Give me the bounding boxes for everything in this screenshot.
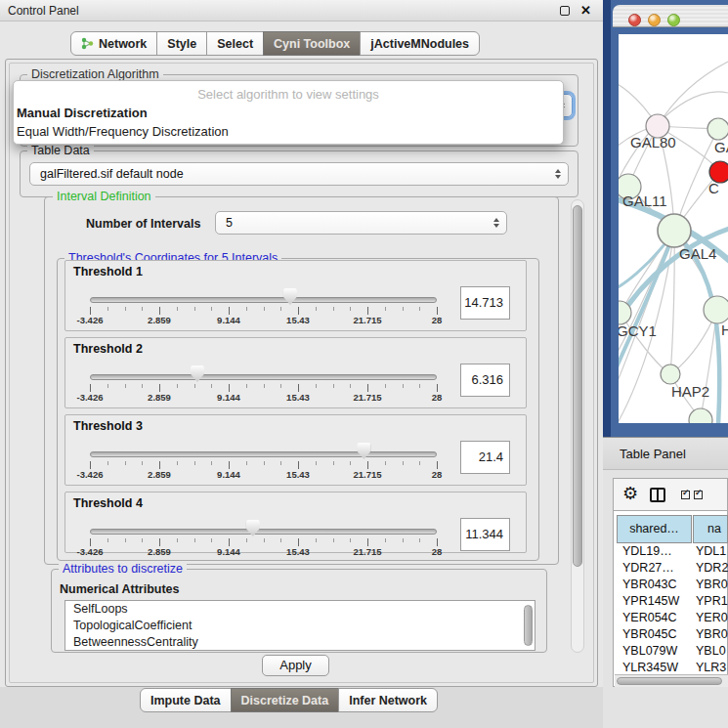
numerical-attributes-list[interactable]: SelfLoopsTopologicalCoefficientBetweenne…: [64, 600, 535, 651]
bottom-tab-infer-network[interactable]: Infer Network: [338, 688, 438, 712]
attribute-list-item[interactable]: BetweennessCentrality: [65, 634, 535, 651]
table-row[interactable]: YLR345WYLR3: [617, 660, 728, 674]
table-row[interactable]: YPR145WYPR1: [617, 593, 728, 610]
close-icon[interactable]: ✕: [580, 2, 591, 20]
tick-mark: [177, 384, 178, 388]
table-row[interactable]: YBR045CYBR0: [617, 626, 728, 643]
tick-label: 15.43: [286, 469, 310, 480]
tick-label: 21.715: [353, 469, 381, 480]
tick-mark: [211, 384, 212, 388]
attribute-list-item[interactable]: TopologicalCoefficient: [65, 618, 535, 634]
table-hscrollbar[interactable]: [615, 674, 728, 687]
network-node-gal[interactable]: [707, 118, 728, 140]
cell-shared-name: YLR345W: [622, 660, 693, 674]
tab-label: Network: [99, 37, 147, 51]
cell-shared-name: YBR043C: [622, 577, 693, 593]
network-node[interactable]: [689, 408, 712, 423]
close-traffic-light-icon[interactable]: [628, 14, 641, 26]
network-graph: GAL80GALCGAL11GAL4GCY1HHAP2: [619, 34, 728, 423]
tick-mark: [107, 461, 108, 465]
tick-label: 21.715: [353, 546, 381, 557]
checkbox-checked-icon[interactable]: [694, 491, 703, 499]
tick-mark: [333, 461, 334, 465]
table-row[interactable]: YDL19…YDL1: [617, 543, 728, 560]
tick-mark: [437, 384, 438, 392]
tab-label: jActiveMNodules: [370, 37, 469, 51]
algorithm-option[interactable]: Manual Discretization: [14, 104, 563, 122]
tick-mark: [177, 461, 178, 465]
attributes-list-scrollbar-thumb[interactable]: [524, 605, 533, 646]
settings-scrollbar-thumb[interactable]: [573, 205, 582, 567]
tab-style[interactable]: Style: [156, 31, 207, 56]
tick-mark: [90, 307, 91, 315]
tick-mark: [142, 538, 143, 542]
tick-mark: [403, 461, 404, 465]
threshold-label: Threshold 3: [73, 419, 143, 433]
threshold-panel: Threshold 1-3.4262.8599.14415.4321.71528…: [64, 260, 527, 331]
combo-stepper-icon: [555, 169, 561, 179]
network-node-hap2[interactable]: [661, 364, 680, 384]
tab-jactivemnodules[interactable]: jActiveMNodules: [360, 31, 480, 56]
table-header-shared-name[interactable]: shared…: [617, 515, 692, 543]
threshold-value-field[interactable]: 21.4: [460, 441, 510, 474]
zoom-traffic-light-icon[interactable]: [667, 14, 680, 26]
network-window-titlebar[interactable]: [613, 5, 728, 27]
threshold-value-field[interactable]: 11.344: [460, 518, 510, 551]
tick-mark: [107, 307, 108, 311]
tick-mark: [125, 384, 126, 388]
tick-mark: [90, 538, 91, 546]
cell-name: YDR2: [696, 560, 728, 577]
table-header-name[interactable]: na: [693, 515, 728, 543]
checkbox-checked-icon[interactable]: [681, 491, 690, 499]
table-hscrollbar-thumb[interactable]: [617, 677, 722, 685]
tick-mark: [419, 307, 420, 311]
tick-label: 9.144: [217, 315, 240, 325]
threshold-value-field[interactable]: 14.713: [460, 286, 510, 320]
slider-track[interactable]: [90, 374, 437, 380]
threshold-label: Threshold 2: [73, 342, 143, 356]
gear-icon[interactable]: ⚙: [622, 483, 638, 504]
table-row[interactable]: YER054CYER0: [617, 610, 728, 626]
network-node-gal4[interactable]: [658, 214, 691, 247]
cell-name: YBR0: [696, 626, 728, 643]
slider-track[interactable]: [90, 451, 437, 457]
bottom-tab-discretize-data[interactable]: Discretize Data: [231, 688, 340, 712]
table-data-combobox[interactable]: galFiltered.sif default node: [29, 162, 569, 186]
cell-shared-name: YDL19…: [622, 543, 693, 560]
float-window-icon[interactable]: [560, 6, 570, 16]
tab-network[interactable]: Network: [70, 31, 157, 56]
tick-mark: [333, 538, 334, 542]
bottom-tab-impute-data[interactable]: Impute Data: [140, 688, 232, 712]
control-panel: Control Panel ✕ NetworkStyleSelectCyni T…: [0, 0, 603, 728]
table-row[interactable]: YBL079WYBL0: [617, 643, 728, 660]
slider-track[interactable]: [90, 529, 437, 535]
tick-mark: [367, 307, 368, 315]
split-columns-icon[interactable]: [650, 488, 665, 502]
number-of-intervals-combobox[interactable]: 5: [215, 211, 507, 235]
attribute-list-item[interactable]: SelfLoops: [65, 601, 535, 618]
tab-select[interactable]: Select: [206, 31, 264, 56]
network-node-label: HAP2: [671, 383, 709, 400]
table-row[interactable]: YDR27…YDR2: [617, 560, 728, 577]
apply-button[interactable]: Apply: [262, 655, 329, 676]
cell-shared-name: YBL079W: [622, 643, 693, 660]
network-icon: [81, 37, 94, 50]
tick-label: -3.426: [77, 392, 104, 403]
network-node-h[interactable]: [704, 296, 728, 323]
network-view-canvas[interactable]: GAL80GALCGAL11GAL4GCY1HHAP2: [619, 34, 728, 423]
tab-cyni-toolbox[interactable]: Cyni Toolbox: [263, 31, 361, 56]
tick-mark: [316, 384, 317, 388]
minimize-traffic-light-icon[interactable]: [648, 14, 661, 26]
table-row[interactable]: YBR043CYBR0: [617, 577, 728, 593]
tick-label: 15.43: [286, 392, 310, 403]
tick-label: 21.715: [353, 315, 381, 325]
slider-track[interactable]: [90, 297, 437, 303]
tick-label: 2.859: [148, 315, 171, 325]
tick-mark: [419, 538, 420, 542]
threshold-value-field[interactable]: 6.316: [460, 364, 510, 397]
tick-mark: [159, 307, 160, 315]
tab-label: Select: [217, 37, 253, 51]
bottom-tab-bar: Impute DataDiscretize DataInfer Network: [140, 688, 438, 710]
algorithm-option[interactable]: Equal Width/Frequency Discretization: [14, 122, 563, 141]
algorithm-dropdown-options: Manual DiscretizationEqual Width/Frequen…: [14, 104, 563, 141]
